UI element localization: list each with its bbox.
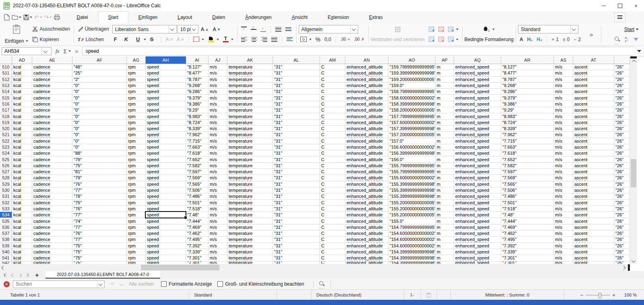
cell-AN523[interactable]: enhanced_altitude <box>345 144 388 150</box>
cell-AP522[interactable]: m <box>436 138 454 144</box>
cell-AO519[interactable]: "157.60000000000002" <box>388 120 436 126</box>
cell-AG519[interactable]: rpm <box>127 120 146 126</box>
cell-AG522[interactable]: rpm <box>127 138 146 144</box>
cell-AR541[interactable]: "7.301" <box>501 255 554 261</box>
cell-AI524[interactable]: "7.618" <box>186 150 208 156</box>
cell-AR520[interactable]: "8.339" <box>501 126 554 132</box>
cell-AL519[interactable]: "31" <box>273 120 320 126</box>
cell-AQ515[interactable]: enhanced_speed <box>454 95 501 101</box>
cell-AK520[interactable]: temperature <box>227 126 273 132</box>
cell-AP541[interactable]: m <box>436 255 454 261</box>
cell-AJ519[interactable]: m/s <box>208 120 227 126</box>
cell-AT526[interactable]: ascent <box>573 163 614 169</box>
cell-AF536[interactable]: "77" <box>72 224 127 230</box>
cell-AF539[interactable]: "75" <box>72 243 127 249</box>
cell-AQ527[interactable]: enhanced_speed <box>454 169 501 175</box>
cell-AI531[interactable]: "7.486" <box>186 193 208 199</box>
cell-AH519[interactable]: speed <box>146 120 186 126</box>
horizontal-scrollbar-thumb[interactable] <box>141 265 219 270</box>
column-header-AT[interactable]: AT <box>573 56 614 64</box>
cell-AP519[interactable]: m <box>436 120 454 126</box>
cell-AG521[interactable]: rpm <box>127 132 146 138</box>
cell-AP525[interactable]: m <box>436 156 454 162</box>
cell-AR525[interactable]: "7.652" <box>501 156 554 162</box>
percent-format-button[interactable]: % <box>314 35 322 44</box>
cell-AQ513[interactable]: enhanced_speed <box>454 83 501 89</box>
cell-AP514[interactable]: m <box>436 89 454 95</box>
bold-button[interactable]: F <box>112 35 122 44</box>
cell-AD525[interactable]: kcal <box>12 156 32 162</box>
cell-AN525[interactable]: enhanced_altitude <box>345 156 388 162</box>
row-header-539[interactable]: 539 <box>0 243 12 249</box>
toolbar-overflow-chevron[interactable]: » <box>590 31 592 38</box>
cell-AM520[interactable]: C <box>320 126 345 132</box>
cell-AE530[interactable]: cadence <box>32 187 72 193</box>
cell-AJ537[interactable]: m/s <box>208 230 227 237</box>
cell-AT512[interactable]: ascent <box>573 77 614 83</box>
cell-AU523[interactable]: "26" <box>614 144 630 150</box>
zoom-in-icon[interactable]: + <box>612 292 615 298</box>
cell-AQ519[interactable]: enhanced_speed <box>454 120 501 126</box>
cell-AT541[interactable]: ascent <box>573 255 614 261</box>
column-header-AS[interactable]: AS <box>554 56 573 64</box>
cell-AU511[interactable]: "26" <box>614 70 630 76</box>
cell-AT534[interactable]: ascent <box>573 212 614 218</box>
cell-AG527[interactable]: rpm <box>127 169 146 175</box>
cell-reference-input[interactable] <box>2 48 41 54</box>
cell-AP517[interactable]: m <box>436 107 454 113</box>
cell-AR524[interactable]: "7.618" <box>501 150 554 156</box>
cell-AS532[interactable]: m/s <box>554 200 573 206</box>
cell-AI528[interactable]: "7.569" <box>186 175 208 181</box>
cell-AL540[interactable]: "31" <box>273 249 320 255</box>
cell-AK519[interactable]: temperature <box>227 120 273 126</box>
cell-AF532[interactable]: "75" <box>72 200 127 206</box>
cell-AS512[interactable]: m/s <box>554 77 573 83</box>
cell-AR538[interactable]: "7.495" <box>501 237 554 243</box>
cell-AJ515[interactable]: m/s <box>208 95 227 101</box>
column-header-AD[interactable]: AD <box>12 56 32 64</box>
cell-AL518[interactable]: "31" <box>273 113 320 119</box>
cell-AG530[interactable]: rpm <box>127 187 146 193</box>
cell-AK526[interactable]: temperature <box>227 163 273 169</box>
tab-änderungen[interactable]: Änderungen <box>235 11 281 23</box>
cell-AH541[interactable]: speed <box>146 255 186 261</box>
cell-AJ535[interactable]: m/s <box>208 218 227 224</box>
row-header-532[interactable]: 532 <box>0 200 12 206</box>
cell-AU515[interactable]: "26" <box>614 95 630 101</box>
cell-AI540[interactable]: "7.339" <box>186 249 208 255</box>
cell-AT519[interactable]: ascent <box>573 120 614 126</box>
cell-AO512[interactable]: "159.20000000000005" <box>388 77 436 83</box>
expand-formula-bar-icon[interactable] <box>634 46 644 56</box>
cell-AQ522[interactable]: enhanced_speed <box>454 138 501 144</box>
cell-AN514[interactable]: enhanced_altitude <box>345 89 388 95</box>
insert-row-above-button[interactable] <box>427 25 436 34</box>
find-replace-icon[interactable] <box>615 37 620 42</box>
cell-AS537[interactable]: m/s <box>554 230 573 237</box>
cell-AS536[interactable]: m/s <box>554 224 573 230</box>
cell-AN519[interactable]: enhanced_altitude <box>345 120 388 126</box>
cell-AL522[interactable]: "31" <box>273 138 320 144</box>
search-combobox[interactable] <box>13 280 105 288</box>
merge-center-label[interactable]: Verbinden und zentrieren <box>371 37 425 42</box>
cell-AR527[interactable]: "7.597" <box>501 169 554 175</box>
cell-AR519[interactable]: "8.724" <box>501 120 554 126</box>
merge-cells-icon[interactable] <box>395 27 400 32</box>
cell-AU532[interactable]: "26" <box>614 200 630 206</box>
cell-AI516[interactable]: "9.386" <box>186 101 208 107</box>
cell-AE523[interactable]: cadence <box>32 144 72 150</box>
cell-AT527[interactable]: ascent <box>573 169 614 175</box>
cell-AF519[interactable]: "0" <box>72 120 127 126</box>
cell-AD538[interactable]: kcal <box>12 237 32 243</box>
scroll-up-icon[interactable] <box>630 58 637 64</box>
cell-AQ538[interactable]: enhanced_speed <box>454 237 501 243</box>
cell-AO531[interactable]: "155.39999999999998" <box>388 193 436 199</box>
cell-AL510[interactable]: "31" <box>273 64 320 70</box>
style-neutral-button[interactable]: ±0 <box>561 35 571 44</box>
cell-AT518[interactable]: ascent <box>573 113 614 119</box>
cell-AS522[interactable]: m/s <box>554 138 573 144</box>
cell-AT531[interactable]: ascent <box>573 193 614 199</box>
column-header-AK[interactable]: AK <box>227 56 273 64</box>
row-header-518[interactable]: 518 <box>0 113 12 119</box>
cell-AO517[interactable]: "158.20000000000005" <box>388 107 436 113</box>
cell-AI522[interactable]: "7.715" <box>186 138 208 144</box>
